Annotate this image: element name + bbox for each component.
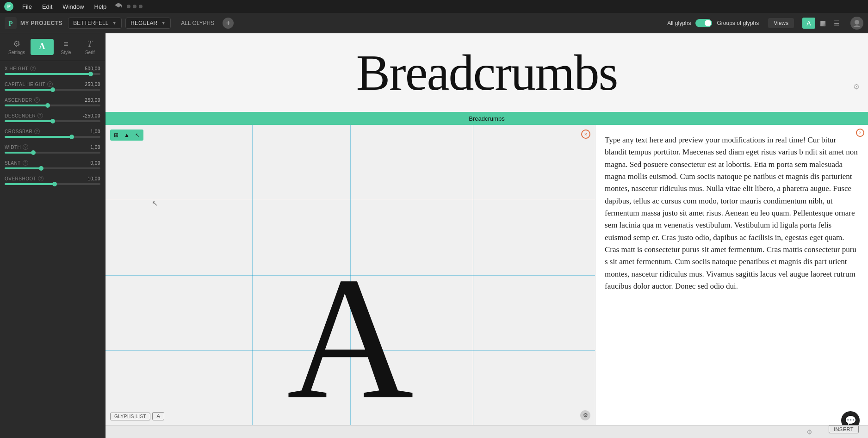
breadcrumb-bar: Breadcrumbs <box>105 112 868 125</box>
param-slant-help[interactable]: ? <box>23 160 28 166</box>
glyph-close-button[interactable]: × <box>581 130 590 139</box>
insert-button[interactable]: INSERT <box>829 425 859 433</box>
chat-button[interactable]: 💬 <box>841 411 860 425</box>
menu-edit[interactable]: Edit <box>37 2 57 11</box>
add-tab-button[interactable]: + <box>223 18 234 29</box>
param-crossbar: CROSSBAR ? 1,00 <box>5 129 100 138</box>
param-slant-slider[interactable] <box>5 167 100 169</box>
overlay-up-btn[interactable]: ▲ <box>122 130 132 140</box>
menu-file[interactable]: File <box>18 2 37 11</box>
app-logo: P <box>4 1 14 12</box>
param-ascender: ASCENDER ? 250,00 <box>5 97 100 106</box>
glyph-toolbar-overlay: ⊞ ▲ ↖ <box>110 130 143 141</box>
param-crossbar-thumb[interactable] <box>69 135 74 139</box>
views-button[interactable]: Views <box>768 18 794 28</box>
all-glyphs-tab[interactable]: ALL GLYPHS <box>174 18 221 28</box>
param-descender-fill <box>5 120 53 122</box>
param-capital-height-help[interactable]: ? <box>47 81 53 87</box>
param-width-slider[interactable] <box>5 152 100 154</box>
view-icon-list[interactable]: ☰ <box>830 18 843 29</box>
serif-icon: T <box>87 39 92 49</box>
glyph-viewport[interactable]: A ⊞ ▲ ↖ × GLYPHS LIST A ⚙ ↖ <box>105 125 595 425</box>
view-icon-grid[interactable]: ▦ <box>816 18 829 29</box>
overlay-arrow-btn[interactable]: ↖ <box>132 130 143 140</box>
param-x-height-fill <box>5 73 91 75</box>
param-x-height-help[interactable]: ? <box>30 66 36 71</box>
param-ascender-thumb[interactable] <box>45 103 50 108</box>
main-layout: ⚙ Settings A ≡ Style T Serif X HEIGHT <box>0 33 868 438</box>
param-slant-thumb[interactable] <box>39 166 43 171</box>
param-ascender-slider[interactable] <box>5 105 100 106</box>
text-preview-panel[interactable]: × Type any text here and preview your mo… <box>595 125 868 425</box>
param-capital-height-value: 250,00 <box>85 82 100 87</box>
param-crossbar-help[interactable]: ? <box>34 129 40 134</box>
param-overshoot-fill <box>5 183 55 185</box>
font-name-dropdown[interactable]: BETTERFELL ▼ <box>68 18 122 29</box>
sidebar-icon-serif[interactable]: T Serif <box>78 37 101 58</box>
text-preview-close-btn[interactable]: × <box>856 129 864 137</box>
font-weight-dropdown[interactable]: REGULAR ▼ <box>125 18 171 29</box>
menu-window[interactable]: Window <box>58 2 88 11</box>
param-width-help[interactable]: ? <box>23 144 28 150</box>
param-descender-label: DESCENDER <box>5 113 36 118</box>
sidebar-params: X HEIGHT ? 500,00 CAPITAL HEIGHT ? <box>0 61 105 196</box>
param-descender-help[interactable]: ? <box>37 113 43 118</box>
style-icon: ≡ <box>63 39 68 49</box>
param-crossbar-slider[interactable] <box>5 136 100 138</box>
toolbar: P MY PROJECTS BETTERFELL ▼ REGULAR ▼ ALL… <box>0 13 868 33</box>
param-slant-fill <box>5 167 41 169</box>
overlay-grid-btn[interactable]: ⊞ <box>111 130 121 140</box>
guide-line-left <box>252 125 253 425</box>
sidebar-serif-label: Serif <box>85 50 95 55</box>
toolbar-logo: P <box>5 17 17 29</box>
bottom-settings-icon[interactable]: ⚙ <box>806 428 812 436</box>
graduation-icon <box>115 2 122 9</box>
font-name-arrow: ▼ <box>112 20 117 25</box>
param-capital-height-slider[interactable] <box>5 89 100 91</box>
glyph-settings-icon[interactable]: ⚙ <box>580 410 590 420</box>
toggle-knob <box>705 20 711 26</box>
param-ascender-label: ASCENDER <box>5 98 32 103</box>
user-avatar[interactable] <box>850 17 863 30</box>
param-capital-height-thumb[interactable] <box>50 87 55 92</box>
param-x-height: X HEIGHT ? 500,00 <box>5 66 100 75</box>
view-icon-glyph[interactable]: A <box>802 18 815 29</box>
menu-dots <box>127 5 143 8</box>
param-crossbar-fill <box>5 136 72 138</box>
param-overshoot-help[interactable]: ? <box>38 176 43 181</box>
param-width-fill <box>5 152 33 154</box>
param-slant-label: SLANT <box>5 160 21 166</box>
menu-help[interactable]: Help <box>90 2 112 11</box>
param-ascender-help[interactable]: ? <box>34 97 40 103</box>
param-ascender-fill <box>5 105 48 106</box>
param-x-height-slider[interactable] <box>5 73 100 75</box>
param-capital-height-label: CAPITAL HEIGHT <box>5 82 45 87</box>
preview-title-text: Breadcrumbs <box>356 43 617 102</box>
param-x-height-thumb[interactable] <box>88 72 93 76</box>
sidebar-icon-style[interactable]: ≡ Style <box>55 37 78 58</box>
param-descender-thumb[interactable] <box>50 119 55 123</box>
param-overshoot-slider[interactable] <box>5 183 100 185</box>
glyphs-toggle[interactable] <box>695 19 712 27</box>
glyph-display: A <box>287 237 414 425</box>
param-descender-slider[interactable] <box>5 120 100 122</box>
param-width-thumb[interactable] <box>31 150 36 155</box>
sidebar-icon-settings[interactable]: ⚙ Settings <box>4 36 30 58</box>
param-overshoot-thumb[interactable] <box>52 182 57 186</box>
param-slant: SLANT ? 0,00 <box>5 160 100 169</box>
param-overshoot-label: OVERSHOOT <box>5 176 36 181</box>
svg-point-6 <box>855 20 859 25</box>
groups-of-glyphs-label: Groups of glyphs <box>717 20 759 26</box>
sidebar-icon-bar: ⚙ Settings A ≡ Style T Serif <box>0 33 105 61</box>
param-capital-height: CAPITAL HEIGHT ? 250,00 <box>5 81 100 91</box>
sidebar-icon-glyph[interactable]: A <box>31 39 54 55</box>
param-overshoot-value: 10,00 <box>87 176 100 181</box>
param-descender-value: -250,00 <box>83 113 100 118</box>
glyph-char-button[interactable]: A <box>152 412 164 420</box>
sidebar: ⚙ Settings A ≡ Style T Serif X HEIGHT <box>0 33 105 438</box>
glyphs-list-button[interactable]: GLYPHS LIST <box>110 413 150 420</box>
sidebar-settings-label: Settings <box>8 50 25 55</box>
guide-line-right <box>473 125 473 425</box>
preview-settings-icon[interactable]: ⚙ <box>853 82 859 91</box>
param-overshoot: OVERSHOOT ? 10,00 <box>5 176 100 185</box>
